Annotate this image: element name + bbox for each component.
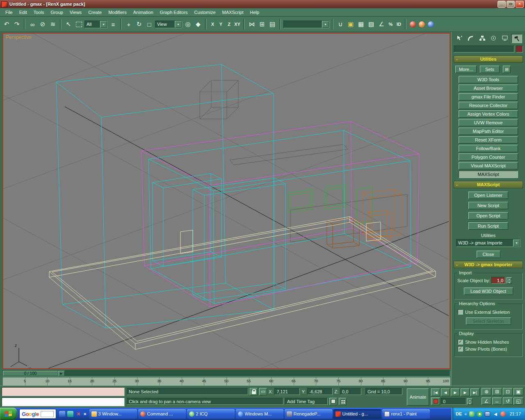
close-utility-button[interactable]: Close [477,251,500,258]
select-and-move-icon[interactable]: + [124,20,133,29]
redo-icon[interactable]: ↷ [12,20,21,29]
quick-launch-app-icon[interactable] [59,411,65,417]
listener-field[interactable] [2,397,125,406]
select-object-icon[interactable]: ↖ [64,20,73,29]
select-and-rotate-icon[interactable]: ↻ [135,20,144,29]
percent-snap-icon[interactable]: % [387,20,394,29]
arc-rotate-icon[interactable]: ↺ [503,397,513,405]
run-script-button[interactable]: Run Script [468,222,508,230]
undo-icon[interactable]: ↶ [2,20,11,29]
zoom-extents-all-icon[interactable]: ▣ [514,388,523,395]
task-paint[interactable]: renx1 - Paint [382,409,430,419]
grid-toggle-icon[interactable] [339,398,347,405]
object-color-swatch[interactable] [516,46,523,52]
new-script-button[interactable]: New Script [468,202,508,209]
google-deskbar[interactable]: Google [19,409,56,419]
zoom-all-icon[interactable]: ⊞ [492,388,502,395]
rollout-collapse-icon[interactable]: - [456,262,458,267]
tab-display-icon[interactable] [500,34,510,42]
show-hidden-meshes-checkbox[interactable]: ✓ [458,339,463,345]
mirror-icon[interactable]: ⋈ [247,20,256,29]
volume-tray-icon[interactable]: ◀ [493,411,498,417]
menu-file[interactable]: File [2,9,16,16]
rollout-header-utilities[interactable]: - Utilities [454,55,523,63]
select-by-name-icon[interactable]: ≡ [109,20,118,29]
use-pivot-center-icon[interactable]: ◎ [183,20,192,29]
task-renegade[interactable]: RenegadeP... [285,409,332,419]
scale-spinner[interactable]: ▴ ▾ [507,277,512,284]
google-search-input[interactable] [41,411,54,417]
spinner-up-icon[interactable]: ▴ [467,398,472,402]
array-icon[interactable]: ⊞ [258,20,267,29]
bind-to-space-warp-icon[interactable]: ≋ [48,20,57,29]
reference-coordinate-dropdown[interactable]: View ▼ [155,21,182,28]
start-button[interactable] [0,408,17,420]
quick-launch-close-icon[interactable]: × [75,411,82,417]
scale-value-field[interactable]: 1,0 [491,277,505,284]
hide-icons-chevron-icon[interactable]: « [464,411,467,416]
task-windows-media[interactable]: Windows M... [236,409,283,419]
tab-modify-icon[interactable] [466,34,476,42]
display-settings-tray-icon[interactable] [485,411,490,417]
rollout-header-w3d-importer[interactable]: - W3D -> gmax Importer [454,261,523,268]
spinner-down-icon[interactable]: ▾ [507,281,512,284]
utility-resource-collector[interactable]: Resource Collector [459,102,518,109]
open-listener-button[interactable]: Open Listener [468,192,508,199]
utility-w3d-tools[interactable]: W3D Tools [459,76,518,83]
viewport-label[interactable]: Perspective [6,34,32,40]
schematic-view-icon[interactable]: ▧ [367,20,376,29]
utility-uvw-remove[interactable]: UVW Remove [459,119,518,126]
spinner-up-icon[interactable]: ▴ [507,277,512,281]
add-time-tag-field[interactable]: Add Time Tag [285,398,328,405]
zoom-extents-icon[interactable]: ⊡ [503,388,513,395]
selection-filter-dropdown[interactable]: All ▼ [84,21,107,28]
restrict-z-button[interactable]: Z [226,20,233,29]
restrict-xy-button[interactable]: XY [234,20,241,29]
named-selection-sets-dropdown[interactable]: ▼ [283,21,329,28]
field-of-view-icon[interactable]: ∠ [482,397,491,405]
gmax-app-icon[interactable] [1,1,7,7]
menu-create[interactable]: Create [85,9,105,16]
language-indicator[interactable]: DE [456,411,462,416]
menu-help[interactable]: Help [247,9,263,16]
quick-launch-chevron-icon[interactable]: » [84,411,87,417]
task-icq-group[interactable]: 2 ICQ [187,409,235,419]
restrict-y-button[interactable]: Y [217,20,224,29]
close-button[interactable]: × [516,1,524,8]
menu-animation[interactable]: Animation [130,9,157,16]
task-command[interactable]: Command ... [138,409,186,419]
utility-asset-browser[interactable]: Asset Browser [459,84,518,92]
select-and-manipulate-icon[interactable]: ◆ [194,20,203,29]
configure-button-sets-icon[interactable]: ⊞ [503,66,511,73]
key-mode-toggle[interactable] [431,397,440,405]
track-view-icon[interactable]: ▦ [356,20,365,29]
layer-manager-icon[interactable]: ▣ [346,20,355,29]
use-external-skeleton-checkbox[interactable] [458,309,463,315]
rollout-collapse-icon[interactable]: - [456,182,458,187]
tab-utilities-icon[interactable] [511,34,522,43]
object-name-field[interactable] [454,46,514,52]
min-max-toggle-icon[interactable]: ◱ [514,397,523,405]
zoom-icon[interactable]: ⊕ [482,388,491,395]
rollout-collapse-icon[interactable]: - [456,57,458,62]
angle-snap-icon[interactable]: ∠ [377,20,386,29]
utility-polygon-counter[interactable]: Polygon Counter [459,153,518,161]
unlink-selection-icon[interactable]: ⊘ [38,20,47,29]
task-gmax-active[interactable]: Untitled - g... [333,409,381,419]
utility-follow-bank[interactable]: Follow/Bank [459,145,518,152]
render-quick-icon[interactable] [419,21,425,27]
play-animation-button[interactable]: ▶ [451,388,460,396]
dropdown-arrow-icon[interactable]: ▼ [175,21,182,28]
open-script-button[interactable]: Open Script [468,212,508,219]
align-icon[interactable]: ▤ [268,20,277,29]
menu-tools[interactable]: Tools [30,9,48,16]
current-frame-field[interactable]: 0 [441,398,466,405]
dropdown-arrow-icon[interactable]: ▼ [513,240,520,247]
utility-reset-xform[interactable]: Reset XForm [459,136,518,144]
animate-button[interactable]: Animate [407,388,429,406]
go-to-start-button[interactable]: |◀ [431,388,440,396]
y-coordinate-field[interactable]: -6,628 [307,388,333,395]
cube-toggle-icon[interactable] [329,398,337,405]
utility-assign-vertex-colors[interactable]: Assign Vertex Colors [459,110,518,118]
more-button[interactable]: More... [455,66,477,73]
